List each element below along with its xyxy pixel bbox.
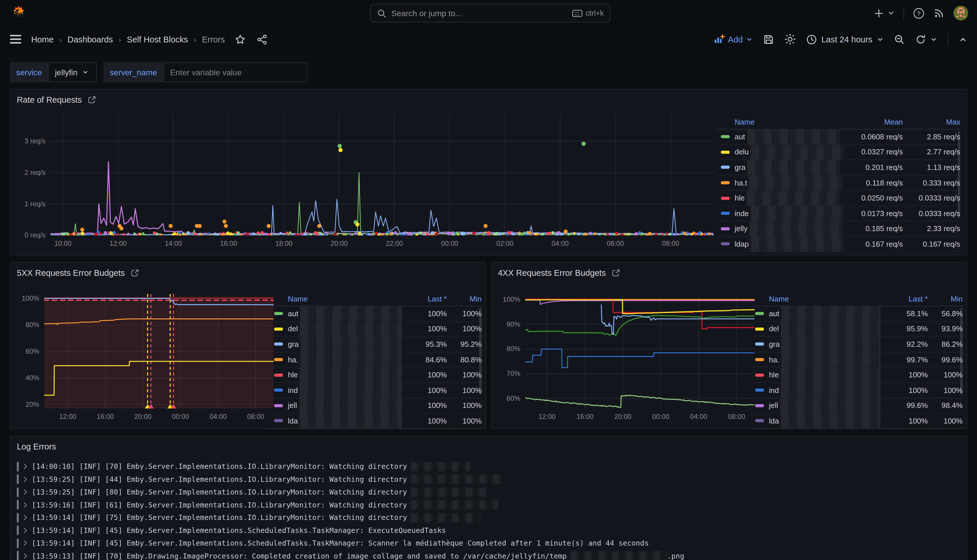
expand-chevron-icon[interactable] <box>22 477 27 482</box>
legend-col-name[interactable]: Name <box>769 294 880 303</box>
panel-title[interactable]: Log Errors <box>17 442 56 451</box>
legend-row[interactable]: ha.t0.118 req/s0.333 req/s <box>717 175 960 191</box>
log-message: [13:59:25] [INF] [44] Emby.Server.Implem… <box>32 475 407 483</box>
expand-chevron-icon[interactable] <box>22 502 27 507</box>
legend-row[interactable]: jelly0.185 req/s2.33 req/s <box>717 221 960 237</box>
avatar[interactable] <box>953 5 968 20</box>
legend-row[interactable]: ha.84.6%80.8% <box>271 352 482 368</box>
legend-row[interactable]: aut58.1%56.8% <box>752 307 963 322</box>
external-link-icon[interactable] <box>88 96 96 104</box>
legend-row[interactable]: del95.9%93.9% <box>752 322 963 337</box>
legend-row[interactable]: lda100%100% <box>271 413 482 429</box>
legend-row[interactable]: jell100%100% <box>271 398 482 413</box>
legend-row[interactable]: ha.99.7%99.6% <box>752 352 963 368</box>
caret-up-icon <box>959 35 967 43</box>
time-range-picker[interactable]: Last 24 hours <box>807 34 883 45</box>
rate-chart[interactable]: 0 req/s1 req/s2 req/s3 req/s10:0012:0014… <box>17 111 718 252</box>
add-panel-button[interactable]: Add <box>714 34 753 45</box>
legend-value: 100% <box>928 417 963 425</box>
log-row[interactable]: [13:59:25] [INF] [44] Emby.Server.Implem… <box>17 473 960 485</box>
kiosk-mode-button[interactable] <box>959 35 967 43</box>
log-row[interactable]: [13:59:14] [INF] [45] Emby.Server.Implem… <box>17 537 960 549</box>
news-button[interactable] <box>934 8 945 19</box>
external-link-icon[interactable] <box>131 269 139 277</box>
legend-row[interactable]: ind100%100% <box>271 383 482 398</box>
legend-row[interactable]: aut100%100% <box>271 307 482 322</box>
log-row[interactable]: [13:59:16] [INF] [61] Emby.Server.Implem… <box>17 498 960 511</box>
4xx-chart[interactable]: 60%70%80%90%100%12:0016:0020:0000:0004:0… <box>497 290 758 425</box>
expand-chevron-icon[interactable] <box>22 464 27 469</box>
log-row[interactable]: [14:00:10] [INF] [70] Emby.Server.Implem… <box>17 460 960 473</box>
svg-text:16:00: 16:00 <box>576 413 593 420</box>
svg-text:1 req/s: 1 req/s <box>25 200 46 208</box>
legend-row[interactable]: hle100%100% <box>271 368 482 383</box>
redacted-name <box>781 306 880 322</box>
share-button[interactable] <box>257 34 267 45</box>
legend-scrollbar[interactable] <box>958 131 960 218</box>
legend-col-value[interactable]: Mean <box>843 117 903 126</box>
panel-title[interactable]: 5XX Requests Error Budgets <box>17 268 125 278</box>
dashboard-settings-button[interactable] <box>785 34 796 45</box>
log-row[interactable]: [13:59:14] [INF] [75] Emby.Server.Implem… <box>17 511 960 524</box>
panel-title[interactable]: 4XX Requests Error Budgets <box>498 268 606 278</box>
panel-log-errors: Log Errors [14:00:10] [INF] [70] Emby.Se… <box>10 436 967 560</box>
new-button[interactable] <box>874 8 895 18</box>
legend-col-value[interactable]: Last * <box>880 294 928 303</box>
panel-title[interactable]: Rate of Requests <box>17 95 82 105</box>
legend-row[interactable]: hle0.0250 req/s0.0333 req/s <box>717 191 960 206</box>
series-color-pill <box>755 404 764 407</box>
grafana-logo-icon[interactable] <box>11 5 26 20</box>
legend-row[interactable]: gra92.2%86.2% <box>752 337 963 352</box>
legend-col-name[interactable]: Name <box>288 294 402 303</box>
legend-col-name[interactable]: Name <box>735 117 844 126</box>
legend-value: 80.8% <box>447 355 481 364</box>
svg-text:80%: 80% <box>25 321 39 328</box>
expand-chevron-icon[interactable] <box>22 528 27 533</box>
legend-value: 100% <box>880 417 928 425</box>
legend-scrollbar[interactable] <box>960 308 963 395</box>
svg-text:02:00: 02:00 <box>496 240 513 247</box>
help-button[interactable]: ? <box>913 7 925 19</box>
keyboard-icon <box>572 9 583 17</box>
legend-row[interactable]: aut0.0608 req/s2.85 req/s <box>717 130 960 145</box>
refresh-button[interactable] <box>915 34 937 45</box>
series-color-pill <box>274 373 283 377</box>
legend-row[interactable]: del100%100% <box>271 322 482 337</box>
legend-row[interactable]: delu0.0327 req/s2.77 req/s <box>717 145 960 160</box>
log-level-bar <box>17 462 18 471</box>
legend-row[interactable]: ldap0.167 req/s0.167 req/s <box>717 237 960 252</box>
expand-chevron-icon[interactable] <box>22 553 27 558</box>
legend-col-value[interactable]: Last * <box>402 294 447 303</box>
legend-row[interactable]: lda100%100% <box>752 413 963 429</box>
legend-row[interactable]: ind100%100% <box>752 383 963 398</box>
legend-col-min-max[interactable]: Max <box>903 117 960 126</box>
log-row[interactable]: [13:59:14] [INF] [45] Emby.Server.Implem… <box>17 524 960 537</box>
favorite-button[interactable] <box>235 34 246 45</box>
svg-text:12:00: 12:00 <box>59 413 76 420</box>
expand-chevron-icon[interactable] <box>22 515 27 520</box>
breadcrumb-item-home[interactable]: Home <box>31 35 54 44</box>
legend-row[interactable]: jell99.6%98.4% <box>752 398 963 413</box>
legend-row[interactable]: inde0.0173 req/s0.0333 req/s <box>717 206 960 221</box>
5xx-chart[interactable]: 20%40%60%80%100%12:0016:0020:0000:0004:0… <box>16 290 277 425</box>
legend-row[interactable]: gra95.3%95.2% <box>271 337 482 352</box>
log-row[interactable]: [13:59:25] [INF] [80] Emby.Server.Implem… <box>17 485 960 498</box>
legend-row[interactable]: gra0.201 req/s1.13 req/s <box>717 160 960 175</box>
log-row[interactable]: [13:59:13] [INF] [70] Emby.Drawing.Image… <box>17 550 960 560</box>
breadcrumb-item-dashboards[interactable]: Dashboards <box>68 35 113 44</box>
save-dashboard-button[interactable] <box>763 34 774 45</box>
legend-value: 100% <box>402 325 447 333</box>
redacted-path <box>411 475 504 484</box>
expand-chevron-icon[interactable] <box>22 540 27 545</box>
legend-scrollbar[interactable] <box>479 308 482 395</box>
legend-row[interactable]: hle100%100% <box>752 368 963 383</box>
legend-col-min-max[interactable]: Min <box>447 294 481 303</box>
expand-chevron-icon[interactable] <box>22 489 27 495</box>
mega-menu-button[interactable] <box>10 35 22 43</box>
search-input[interactable]: Search or jump to... ctrl+k <box>370 4 611 23</box>
zoom-out-time-button[interactable] <box>894 34 905 45</box>
search-placeholder: Search or jump to... <box>391 8 572 18</box>
breadcrumb-item-self-host-blocks[interactable]: Self Host Blocks <box>127 35 188 44</box>
legend-col-min-max[interactable]: Min <box>928 294 963 303</box>
external-link-icon[interactable] <box>612 269 620 277</box>
